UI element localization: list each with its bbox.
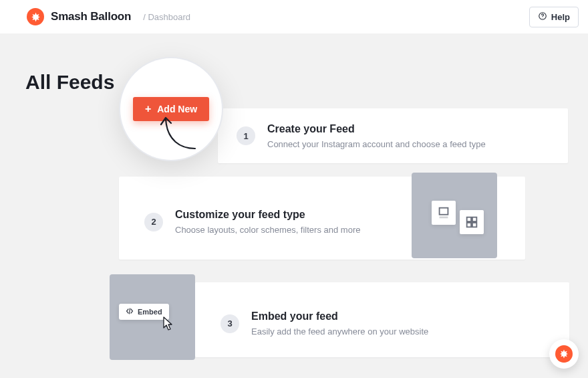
svg-rect-3 bbox=[440, 217, 448, 219]
brand-logo-icon bbox=[27, 8, 44, 25]
decor-embed-icon: Embed bbox=[110, 274, 195, 360]
step-number: 2 bbox=[144, 213, 163, 231]
help-label: Help bbox=[551, 12, 570, 22]
step-subtitle: Connect your Instagram account and choos… bbox=[267, 139, 486, 149]
embed-chip-label: Embed bbox=[138, 308, 162, 316]
step-subtitle: Easily add the feed anywhere on your web… bbox=[251, 326, 428, 337]
layout-grid-icon bbox=[460, 210, 484, 234]
svg-rect-5 bbox=[472, 217, 476, 221]
breadcrumb: / Dashboard bbox=[143, 12, 190, 22]
step-card-customize: 2 Customize your feed type Choose layout… bbox=[119, 177, 525, 260]
svg-rect-6 bbox=[467, 223, 471, 227]
step-title: Embed your feed bbox=[251, 310, 428, 322]
svg-rect-2 bbox=[440, 208, 448, 215]
plus-icon: + bbox=[145, 104, 151, 114]
page-title: All Feeds bbox=[25, 71, 114, 94]
brand-name: Smash Balloon bbox=[51, 10, 131, 23]
decor-layouts-icon bbox=[412, 173, 497, 258]
help-icon bbox=[538, 11, 547, 23]
svg-point-1 bbox=[542, 17, 543, 18]
step-title: Create your Feed bbox=[267, 123, 486, 135]
fab-starburst-icon bbox=[555, 345, 573, 363]
add-new-button[interactable]: + Add New bbox=[133, 97, 209, 121]
help-button[interactable]: Help bbox=[529, 7, 579, 27]
step-subtitle: Choose layouts, color schemes, filters a… bbox=[175, 225, 360, 235]
add-new-label: Add New bbox=[157, 104, 197, 114]
layout-tile-icon bbox=[432, 201, 456, 225]
brand: Smash Balloon / Dashboard bbox=[27, 8, 190, 25]
top-bar: Smash Balloon / Dashboard Help bbox=[0, 0, 588, 33]
help-fab-button[interactable] bbox=[549, 339, 579, 369]
svg-rect-7 bbox=[472, 223, 476, 227]
step-card-embed: 3 Embed your feed Easily add the feed an… bbox=[195, 282, 569, 357]
step-number: 1 bbox=[237, 126, 255, 145]
step-number: 3 bbox=[220, 314, 239, 333]
step-card-create-feed: 1 Create your Feed Connect your Instagra… bbox=[218, 108, 568, 163]
step-title: Customize your feed type bbox=[175, 209, 360, 221]
cursor-icon bbox=[162, 316, 175, 335]
content-area: All Feeds + Add New 1 Create your Feed C… bbox=[0, 33, 588, 378]
spotlight-circle: + Add New bbox=[120, 58, 222, 160]
svg-rect-4 bbox=[467, 217, 471, 221]
code-icon bbox=[126, 308, 134, 316]
